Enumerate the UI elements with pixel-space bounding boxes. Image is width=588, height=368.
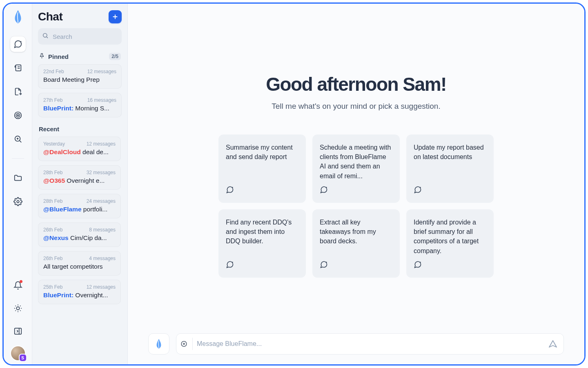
attach-button[interactable] — [180, 338, 193, 350]
suggestion-card[interactable]: Find any recent DDQ's and ingest them in… — [218, 209, 306, 278]
chat-card-prefix: BluePrint: — [43, 292, 74, 298]
chat-card-title: @Nexus Cim/Cip da... — [43, 234, 116, 242]
suggestion-text: Extract all key takeaways from my board … — [320, 218, 392, 256]
chat-card-date: 28th Feb — [43, 198, 62, 204]
chat-card-recent[interactable]: 26th Feb 4 messages All target competito… — [38, 251, 121, 276]
hero-section: Good afternoon Sam! Tell me what's on yo… — [128, 4, 584, 364]
suggestion-text: Schedule a meeting with clients from Blu… — [320, 143, 392, 181]
chat-search — [38, 28, 122, 45]
chat-panel-title: Chat — [38, 10, 62, 23]
svg-line-17 — [15, 310, 16, 311]
chat-card-msgcount: 12 messages — [87, 141, 116, 147]
chat-card-msgcount: 8 messages — [89, 227, 116, 233]
pinned-label-text: Pinned — [48, 53, 69, 60]
chat-card-recent[interactable]: 28th Feb 32 messages @O365 Overnight e..… — [38, 165, 121, 190]
notification-dot-icon — [20, 280, 22, 283]
chat-panel-header: Chat — [38, 10, 122, 23]
chat-card-meta: 22nd Feb 12 messages — [43, 69, 116, 74]
chat-card-pinned[interactable]: 27th Feb 16 messages BluePrint: Morning … — [38, 93, 122, 117]
message-input[interactable] — [196, 340, 548, 348]
chat-card-prefix: @O365 — [43, 177, 65, 184]
message-input-wrap — [176, 333, 564, 355]
chat-card-meta: 27th Feb 16 messages — [43, 97, 116, 103]
suggestion-text: Identify and provide a brief summary for… — [414, 218, 486, 256]
chat-list-panel: Chat Pinned 2/5 22nd Feb 12 messages Boa… — [32, 4, 128, 364]
chat-card-meta: Yesterday 12 messages — [43, 141, 116, 147]
nav-scroll-icon[interactable] — [10, 60, 26, 76]
search-icon — [42, 32, 49, 40]
svg-point-23 — [43, 34, 47, 37]
svg-point-3 — [16, 113, 20, 117]
pinned-list: 22nd Feb 12 messages Board Meeting Prep … — [38, 64, 122, 121]
user-avatar[interactable]: S — [11, 346, 25, 360]
recent-section-label: Recent — [39, 126, 121, 132]
svg-line-6 — [20, 141, 21, 142]
nav-collapse-sidebar-icon[interactable] — [10, 323, 26, 339]
chat-card-msgcount: 16 messages — [87, 97, 116, 103]
chat-bubble-icon — [226, 260, 298, 271]
chat-bubble-icon — [320, 260, 392, 271]
chat-card-recent[interactable]: Yesterday 12 messages @DealCloud deal de… — [38, 137, 121, 161]
chat-card-title: Board Meeting Prep — [43, 76, 116, 83]
message-input-bar — [148, 333, 564, 355]
suggestion-text: Find any recent DDQ's and ingest them in… — [226, 218, 298, 256]
suggestion-card[interactable]: Extract all key takeaways from my board … — [312, 209, 400, 278]
svg-point-2 — [14, 112, 21, 119]
suggestion-card[interactable]: Identify and provide a brief summary for… — [406, 209, 494, 278]
pinned-section-label: Pinned 2/5 — [39, 53, 121, 60]
svg-line-13 — [15, 305, 16, 306]
nav-target-icon[interactable] — [10, 108, 26, 123]
nav-notifications-icon[interactable] — [10, 278, 26, 293]
nav-folder-icon[interactable] — [10, 170, 26, 186]
chat-card-meta: 25th Feb 12 messages — [43, 284, 116, 290]
chat-card-date: 26th Feb — [43, 256, 62, 261]
suggestion-grid: Summarise my content and send daily repo… — [218, 135, 494, 278]
nav-zoom-icon[interactable] — [10, 131, 26, 147]
chat-card-prefix: @BlueFlame — [43, 206, 82, 213]
app-frame: S Chat Pinned 2/5 22nd Feb — [2, 2, 586, 366]
chat-card-recent[interactable]: 28th Feb 24 messages @BlueFlame portfoli… — [38, 194, 121, 218]
chat-card-title: @O365 Overnight e... — [43, 177, 116, 184]
chat-card-date: 25th Feb — [43, 284, 62, 290]
chat-card-date: 22nd Feb — [43, 69, 64, 74]
chat-card-msgcount: 32 messages — [87, 170, 116, 175]
suggestion-card[interactable]: Update my report based on latest documen… — [406, 135, 494, 203]
chat-card-recent[interactable]: 25th Feb 12 messages BluePrint: Overnigh… — [38, 280, 121, 304]
chat-card-recent[interactable]: 26th Feb 8 messages @Nexus Cim/Cip da... — [38, 222, 121, 247]
nav-document-export-icon[interactable] — [10, 84, 26, 99]
suggestion-card[interactable]: Schedule a meeting with clients from Blu… — [312, 135, 400, 203]
rail-bottom-group: S — [10, 278, 26, 360]
svg-point-10 — [16, 307, 19, 310]
chat-card-msgcount: 4 messages — [89, 256, 116, 261]
nav-theme-icon[interactable] — [10, 301, 26, 316]
new-chat-button[interactable] — [109, 10, 122, 23]
nav-chat-icon[interactable] — [10, 36, 26, 52]
suggestion-card[interactable]: Summarise my content and send daily repo… — [218, 135, 306, 203]
svg-line-18 — [20, 305, 20, 306]
chat-bubble-icon — [414, 260, 486, 271]
svg-line-14 — [20, 310, 20, 311]
main-area: Good afternoon Sam! Tell me what's on yo… — [128, 4, 584, 364]
rail-top-group — [10, 36, 26, 209]
chat-card-date: Yesterday — [43, 141, 65, 147]
chat-card-pinned[interactable]: 22nd Feb 12 messages Board Meeting Prep — [38, 64, 122, 89]
chat-card-meta: 26th Feb 4 messages — [43, 256, 116, 261]
chat-card-meta: 26th Feb 8 messages — [43, 227, 116, 233]
chat-bubble-icon — [226, 186, 298, 196]
svg-point-4 — [17, 115, 18, 116]
chat-search-input[interactable] — [38, 28, 122, 45]
nav-settings-icon[interactable] — [10, 194, 26, 209]
chat-bubble-icon — [414, 186, 486, 196]
pin-icon — [39, 53, 45, 60]
svg-point-9 — [17, 200, 19, 203]
model-selector-button[interactable] — [148, 333, 169, 355]
recent-list[interactable]: Yesterday 12 messages @DealCloud deal de… — [38, 137, 122, 364]
avatar-badge: S — [20, 355, 26, 361]
chat-card-title: @BlueFlame portfoli... — [43, 206, 116, 213]
app-logo — [12, 9, 24, 26]
chat-card-msgcount: 12 messages — [87, 69, 116, 74]
chat-card-title: @DealCloud deal de... — [43, 148, 116, 156]
chat-card-title: BluePrint: Overnight... — [43, 292, 116, 299]
greeting-subtitle: Tell me what's on your mind or pick a su… — [272, 102, 440, 111]
send-button[interactable] — [548, 339, 558, 349]
